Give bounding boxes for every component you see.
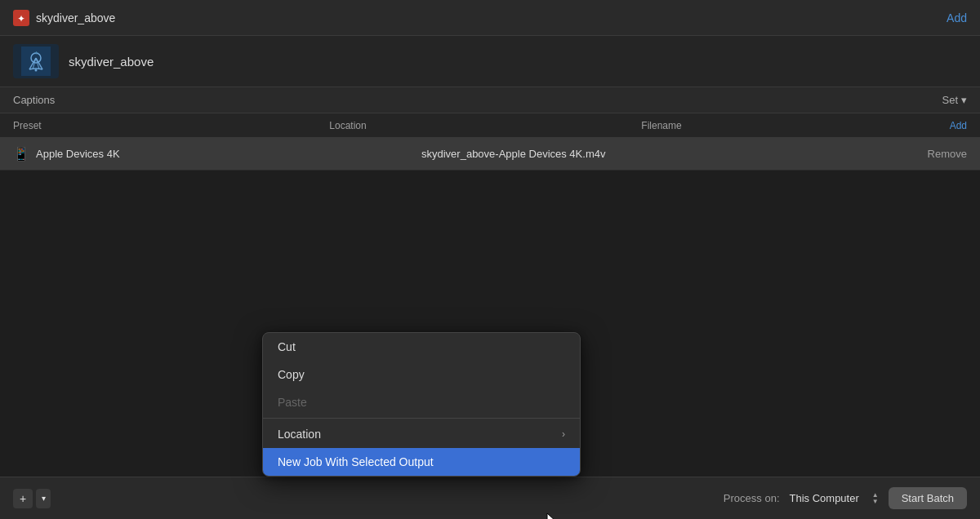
table-row: 📱 Apple Devices 4K skydiver_above-Apple …	[0, 138, 980, 171]
svg-text:✦: ✦	[17, 13, 25, 24]
location-arrow-icon: ›	[562, 428, 565, 440]
process-on-label: Process on:	[724, 492, 780, 504]
plus-icon: +	[20, 492, 26, 505]
title-bar-left: ✦ skydiver_above	[13, 10, 115, 26]
copy-label: Copy	[278, 368, 305, 381]
menu-item-paste: Paste	[263, 388, 580, 416]
menu-item-location[interactable]: Location ›	[263, 420, 580, 448]
captions-section-header: Captions Set ▾	[0, 87, 980, 113]
col-filename-header: Filename	[421, 120, 902, 131]
bottom-right-controls: Process on: This Computer ▲ ▼ Start Batc…	[724, 487, 967, 509]
cut-label: Cut	[278, 340, 296, 353]
col-add-header[interactable]: Add	[902, 120, 967, 131]
start-batch-button[interactable]: Start Batch	[889, 487, 967, 509]
menu-item-new-job[interactable]: New Job With Selected Output	[263, 448, 580, 476]
col-preset-header: Preset	[13, 120, 274, 131]
paste-label: Paste	[278, 396, 307, 409]
main-content: Cut Copy Paste Location › New Job With S…	[0, 171, 980, 519]
job-thumbnail: ✈	[13, 44, 59, 78]
job-header: ✈ skydiver_above	[0, 36, 980, 87]
phone-icon: 📱	[13, 146, 29, 162]
bottom-bar: + ▾ Process on: This Computer ▲ ▼ Start …	[0, 477, 980, 519]
preset-name: Apple Devices 4K	[36, 148, 120, 160]
set-label: Set	[942, 94, 958, 106]
menu-item-cut[interactable]: Cut	[263, 333, 580, 361]
col-location-header: Location	[274, 120, 421, 131]
title-bar: ✦ skydiver_above Add	[0, 0, 980, 36]
app-icon: ✦	[13, 10, 29, 26]
table-header: Preset Location Filename Add	[0, 113, 980, 138]
captions-title: Captions	[13, 94, 55, 106]
title-bar-title: skydiver_above	[36, 11, 115, 24]
remove-button[interactable]: Remove	[902, 148, 967, 160]
process-stepper[interactable]: ▲ ▼	[872, 492, 879, 505]
add-chevron-button[interactable]: ▾	[36, 489, 51, 508]
row-preset-cell: 📱 Apple Devices 4K	[13, 146, 274, 162]
add-output-button[interactable]: +	[13, 489, 33, 508]
title-bar-add-button[interactable]: Add	[947, 11, 967, 24]
job-name: skydiver_above	[69, 55, 154, 69]
bottom-left-controls: + ▾	[13, 489, 51, 508]
svg-point-8	[35, 69, 38, 72]
context-menu: Cut Copy Paste Location › New Job With S…	[262, 332, 581, 477]
menu-separator	[263, 418, 580, 419]
set-chevron-icon: ▾	[961, 94, 967, 106]
stepper-down-icon: ▼	[872, 499, 879, 505]
chevron-down-icon: ▾	[42, 494, 46, 503]
svg-text:✈: ✈	[34, 51, 38, 55]
location-label: Location	[278, 428, 321, 441]
new-job-label: New Job With Selected Output	[278, 455, 434, 468]
thumbnail-image: ✈	[21, 47, 51, 76]
set-button[interactable]: Set ▾	[942, 94, 967, 106]
process-on-value: This Computer	[790, 492, 859, 504]
row-filename-cell: skydiver_above-Apple Devices 4K.m4v	[421, 148, 902, 160]
menu-item-copy[interactable]: Copy	[263, 361, 580, 388]
